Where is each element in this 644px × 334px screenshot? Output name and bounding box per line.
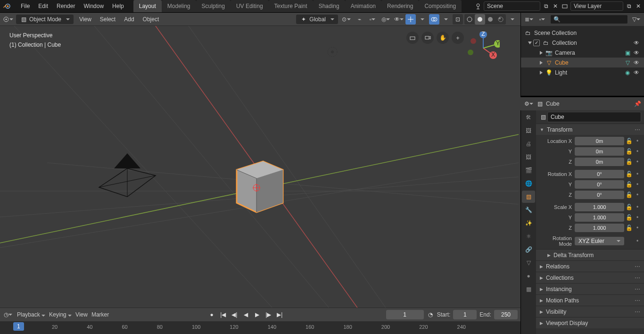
proptab-render[interactable]: 🖼 bbox=[522, 125, 535, 137]
keyframe-next-icon[interactable]: |▶ bbox=[264, 310, 273, 319]
keyframe-prev-icon[interactable]: ◀| bbox=[230, 310, 239, 319]
eye-icon[interactable]: 👁 bbox=[634, 69, 641, 76]
pan-icon[interactable]: ✋ bbox=[437, 32, 449, 44]
gizmo-options-icon[interactable] bbox=[417, 14, 428, 25]
lock-icon[interactable]: 🔓 bbox=[625, 204, 633, 210]
menu-window[interactable]: Window bbox=[80, 1, 107, 11]
shading-matprev-icon[interactable] bbox=[485, 14, 495, 25]
scale-z-field[interactable]: 1.000 bbox=[575, 224, 624, 232]
play-reverse-icon[interactable]: ◀ bbox=[241, 310, 250, 319]
tab-texture-paint[interactable]: Texture Paint bbox=[269, 0, 313, 12]
tab-animation[interactable]: Animation bbox=[345, 0, 381, 12]
location-z-field[interactable]: 0m bbox=[575, 158, 624, 166]
tab-layout[interactable]: Layout bbox=[133, 0, 162, 12]
eye-icon[interactable]: 👁 bbox=[634, 40, 641, 46]
shading-solid-icon[interactable] bbox=[475, 14, 485, 25]
eye-icon[interactable]: 👁 bbox=[634, 50, 641, 56]
tab-shading[interactable]: Shading bbox=[313, 0, 345, 12]
pivot-point-icon[interactable]: ⊙ bbox=[341, 14, 351, 25]
timeline-editor-type-icon[interactable]: ◷ bbox=[3, 309, 13, 320]
rotation-z-field[interactable]: 0° bbox=[575, 191, 624, 199]
collection-checkbox[interactable] bbox=[533, 40, 540, 46]
zoom-plus-icon[interactable]: ＋ bbox=[452, 32, 464, 44]
panel-visibility-header[interactable]: ▶Visibility⋯ bbox=[536, 306, 644, 317]
outliner-search-input[interactable]: 🔍 bbox=[550, 15, 628, 24]
view-menu[interactable]: View bbox=[76, 15, 94, 24]
lock-icon[interactable]: 🔓 bbox=[625, 225, 633, 231]
delete-viewlayer-icon[interactable]: ✕ bbox=[635, 2, 642, 10]
jump-start-icon[interactable]: |◀ bbox=[218, 310, 228, 319]
panel-motion-paths-header[interactable]: ▶Motion Paths⋯ bbox=[536, 294, 644, 306]
new-scene-icon[interactable]: ⧉ bbox=[542, 2, 550, 10]
rotation-x-field[interactable]: 0° bbox=[575, 170, 624, 178]
panel-collections-header[interactable]: ▶Collections⋯ bbox=[536, 272, 644, 283]
proptab-mesh[interactable]: ▽ bbox=[522, 257, 535, 269]
outliner-filter-icon[interactable]: ▽ bbox=[631, 14, 641, 25]
proptab-object[interactable]: ▧ bbox=[522, 191, 535, 203]
visibility-toggles-icon[interactable]: 👁 bbox=[394, 14, 404, 25]
panel-instancing-header[interactable]: ▶Instancing⋯ bbox=[536, 283, 644, 294]
snap-options-icon[interactable]: ▫ bbox=[367, 14, 378, 25]
playhead[interactable]: 1 bbox=[13, 322, 24, 331]
select-menu[interactable]: Select bbox=[97, 15, 118, 24]
proptab-material[interactable]: ● bbox=[522, 270, 535, 282]
scale-x-field[interactable]: 1.000 bbox=[575, 203, 624, 211]
scene-browse-icon[interactable] bbox=[474, 2, 482, 10]
lock-icon[interactable]: 🔓 bbox=[625, 171, 633, 177]
proptab-tool[interactable]: 🛠 bbox=[522, 111, 535, 124]
menu-edit[interactable]: Edit bbox=[34, 1, 52, 11]
outliner-display-mode-icon[interactable]: ▫ bbox=[537, 14, 547, 25]
interaction-mode-dropdown[interactable]: ▧Object Mode bbox=[16, 15, 74, 24]
camera-object[interactable] bbox=[94, 150, 160, 201]
jump-end-icon[interactable]: ▶| bbox=[275, 310, 284, 319]
snap-toggle-icon[interactable]: ⌁ bbox=[354, 14, 364, 25]
timeline-marker-menu[interactable]: Marker bbox=[91, 311, 109, 318]
shading-rendered-icon[interactable] bbox=[495, 14, 506, 25]
new-viewlayer-icon[interactable]: ⧉ bbox=[625, 2, 633, 10]
outliner-editor-type-icon[interactable]: ≣ bbox=[524, 14, 534, 25]
proptab-modifiers[interactable]: 🔧 bbox=[522, 204, 535, 216]
eye-icon[interactable]: 👁 bbox=[634, 59, 641, 66]
shading-wireframe-icon[interactable] bbox=[464, 14, 475, 25]
rotation-mode-dropdown[interactable]: XYZ Euler bbox=[575, 237, 624, 245]
disclosure-triangle-icon[interactable] bbox=[540, 51, 543, 55]
tab-uv-editing[interactable]: UV Editing bbox=[231, 0, 269, 12]
transform-orientation-dropdown[interactable]: ✦Global bbox=[296, 15, 338, 24]
outliner-item-light[interactable]: 💡 Light ◉ 👁 bbox=[521, 67, 644, 77]
location-x-field[interactable]: 0m bbox=[575, 137, 624, 145]
proptab-world[interactable]: 🌐 bbox=[522, 177, 535, 190]
timeline-track[interactable]: 1 20 40 60 80 100 120 140 160 180 200 22… bbox=[0, 321, 520, 334]
rotation-y-field[interactable]: 0° bbox=[575, 180, 624, 189]
proptab-particles[interactable]: ✨ bbox=[522, 217, 535, 229]
proptab-viewlayer[interactable]: 🖼 bbox=[522, 151, 535, 163]
frame-range-icon[interactable]: ◔ bbox=[427, 311, 434, 318]
outliner-item-camera[interactable]: 📷 Camera ▣ 👁 bbox=[521, 48, 644, 58]
autokey-icon[interactable]: ● bbox=[207, 310, 216, 319]
light-object[interactable] bbox=[323, 42, 342, 61]
tab-sculpting[interactable]: Sculpting bbox=[196, 0, 231, 12]
tab-rendering[interactable]: Rendering bbox=[381, 0, 419, 12]
location-y-field[interactable]: 0m bbox=[575, 147, 624, 156]
play-icon[interactable]: ▶ bbox=[252, 310, 262, 319]
lock-icon[interactable]: 🔓 bbox=[625, 159, 633, 165]
panel-delta-transform-header[interactable]: ▶Delta Transform bbox=[536, 249, 644, 260]
lock-icon[interactable]: 🔓 bbox=[625, 214, 633, 221]
zoom-icon[interactable] bbox=[406, 32, 419, 44]
tab-modeling[interactable]: Modeling bbox=[162, 0, 196, 12]
object-menu[interactable]: Object bbox=[140, 15, 162, 24]
proptab-output[interactable]: 🖨 bbox=[522, 138, 535, 150]
timeline-view-menu[interactable]: View bbox=[75, 311, 88, 318]
lock-icon[interactable]: 🔓 bbox=[625, 148, 633, 155]
navigation-gizmo[interactable]: X Y Z bbox=[467, 32, 500, 65]
current-frame-field[interactable]: 1 bbox=[386, 310, 424, 319]
disclosure-triangle-icon[interactable] bbox=[540, 61, 543, 65]
shading-options-icon[interactable] bbox=[507, 14, 518, 25]
3d-viewport[interactable]: User Perspective (1) Collection | Cube bbox=[0, 26, 520, 308]
proptab-texture[interactable]: ▦ bbox=[522, 283, 535, 295]
outliner-scene-collection[interactable]: 🗀 Scene Collection bbox=[521, 28, 644, 38]
blender-logo-icon[interactable] bbox=[0, 2, 14, 10]
proptab-constraints[interactable]: 🔗 bbox=[522, 243, 535, 256]
show-gizmo-icon[interactable] bbox=[405, 14, 416, 25]
panel-viewport-display-header[interactable]: ▶Viewport Display bbox=[536, 317, 644, 328]
editor-type-icon[interactable] bbox=[3, 14, 13, 25]
